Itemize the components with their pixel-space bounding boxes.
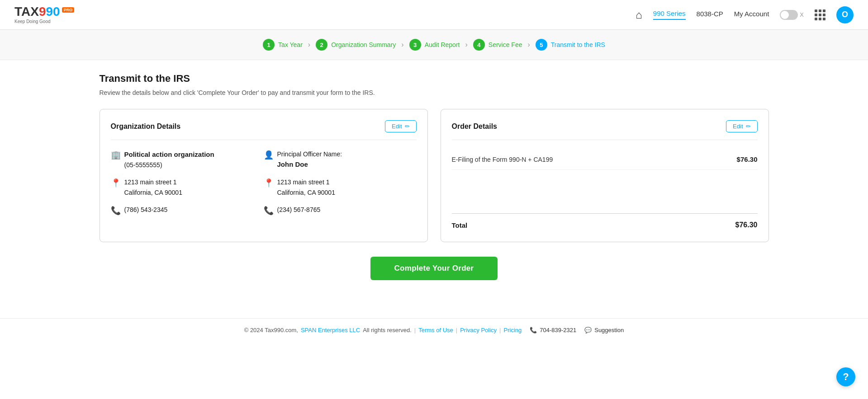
home-icon[interactable]: ⌂ [636,9,642,21]
principal-phone-block: 📞 (234) 567-8765 [264,205,417,216]
step-1-circle: 1 [263,39,275,51]
toggle-knob [781,11,789,19]
step-3-label: Audit Report [425,41,460,48]
step-4-label: Service Fee [489,41,522,48]
toggle-switch[interactable] [780,10,798,20]
logo-nine: 9 [39,5,46,19]
logo-area: TAX990PRO Keep Doing Good [14,5,74,24]
org-phone-block: 📞 (786) 543-2345 [111,205,264,216]
phone-icon: 📞 [530,327,537,333]
footer-span-link[interactable]: SPAN Enterprises LLC [301,327,360,333]
step-arrow-2: › [401,41,403,49]
header: TAX990PRO Keep Doing Good ⌂ 990 Series 8… [0,0,868,30]
footer-phone-number: 704-839-2321 [540,327,576,333]
location-icon: 📍 [111,178,121,188]
order-edit-icon: ✏ [746,123,751,130]
org-details-card: Organization Details Edit ✏ 🏢 Political … [100,109,428,242]
footer-suggestion-label: Suggestion [594,327,624,333]
toggle-label: X [800,11,804,18]
org-name-block: 🏢 Political action organization (05-5555… [111,149,264,170]
complete-order-section: Complete Your Order [100,242,769,291]
stepper: 1 Tax Year › 2 Organization Summary › 3 … [0,30,868,60]
order-line-item: E-Filing of the Form 990-N + CA199 $76.3… [452,149,758,170]
step-4[interactable]: 4 Service Fee [473,39,522,51]
main-content: Transmit to the IRS Review the details b… [81,60,787,318]
principal-name: John Doe [277,159,342,170]
principal-label: Principal Officer Name: [277,149,342,159]
order-details-card: Order Details Edit ✏ E-Filing of the For… [441,109,769,242]
nav-8038cp[interactable]: 8038-CP [697,10,723,19]
person-icon: 👤 [264,150,274,160]
org-address-line2: California, CA 90001 [124,188,182,197]
footer-copyright: © 2024 Tax990.com, [244,327,298,333]
footer-phone-section: 📞 704-839-2321 [530,327,576,333]
complete-order-button[interactable]: Complete Your Order [370,257,497,280]
user-avatar[interactable]: O [836,6,854,23]
step-arrow-1: › [308,41,310,49]
suggestion-icon: 💬 [584,327,592,333]
org-card-title: Organization Details [111,122,181,131]
step-1[interactable]: 1 Tax Year [263,39,303,51]
step-3-circle: 3 [409,39,421,51]
org-card-header: Organization Details Edit ✏ [111,120,417,140]
order-line-item-amount: $76.30 [737,155,758,163]
org-address-line1: 1213 main street 1 [124,177,182,187]
step-4-circle: 4 [473,39,485,51]
org-right-col: 👤 Principal Officer Name: John Doe 📍 121… [264,149,417,223]
step-arrow-3: › [465,41,467,49]
principal-address-line2: California, CA 90001 [277,188,335,197]
nav-area: ⌂ 990 Series 8038-CP My Account X O [636,6,854,23]
step-2[interactable]: 2 Organization Summary [316,39,396,51]
principal-name-block: 👤 Principal Officer Name: John Doe [264,149,417,170]
footer-pricing-link[interactable]: Pricing [504,327,522,333]
logo-tax: TAX [14,5,39,19]
order-total-label: Total [452,221,468,229]
order-line-item-label: E-Filing of the Form 990-N + CA199 [452,156,553,163]
nav-990-series[interactable]: 990 Series [653,9,686,20]
building-icon: 🏢 [111,150,121,160]
logo-ninety: 90 [46,5,60,19]
step-arrow-4: › [528,41,530,49]
order-edit-label: Edit [733,123,743,130]
order-card-title: Order Details [452,122,497,131]
logo-pro-badge: PRO [62,7,75,13]
page-subtitle: Review the details below and click 'Comp… [100,89,769,96]
order-total-row: Total $76.30 [452,214,758,231]
cards-row: Organization Details Edit ✏ 🏢 Political … [100,109,769,242]
principal-phone-icon: 📞 [264,206,274,216]
footer-suggestion-section[interactable]: 💬 Suggestion [584,327,624,333]
order-edit-button[interactable]: Edit ✏ [726,120,757,132]
step-5-circle: 5 [536,39,547,51]
footer-privacy-link[interactable]: Privacy Policy [460,327,497,333]
org-address-block: 📍 1213 main street 1 California, CA 9000… [111,177,264,197]
order-card-header: Order Details Edit ✏ [452,120,758,140]
step-3[interactable]: 3 Audit Report [409,39,460,51]
org-name: Political action organization [124,149,214,160]
org-phone: (786) 543-2345 [124,205,168,215]
phone-icon: 📞 [111,206,121,216]
org-edit-icon: ✏ [405,123,410,130]
grid-menu-icon[interactable] [815,9,825,20]
order-total-amount: $76.30 [735,221,758,229]
step-2-label: Organization Summary [331,41,396,48]
org-ein: (05-5555555) [124,160,214,170]
footer: © 2024 Tax990.com, SPAN Enterprises LLC … [0,318,868,342]
principal-address-block: 📍 1213 main street 1 California, CA 9000… [264,177,417,197]
footer-rights: All rights reserved. [363,327,412,333]
principal-location-icon: 📍 [264,178,274,188]
step-2-circle: 2 [316,39,327,51]
org-edit-button[interactable]: Edit ✏ [385,120,416,132]
footer-terms-link[interactable]: Terms of Use [418,327,453,333]
nav-my-account[interactable]: My Account [734,10,769,19]
org-left-col: 🏢 Political action organization (05-5555… [111,149,264,223]
step-5-label: Transmit to the IRS [551,41,605,48]
principal-address-line1: 1213 main street 1 [277,177,335,187]
org-edit-label: Edit [392,123,402,130]
nav-toggle[interactable]: X [780,10,804,20]
logo[interactable]: TAX990PRO [14,5,74,18]
step-1-label: Tax Year [278,41,303,48]
logo-tagline: Keep Doing Good [14,19,51,24]
step-5[interactable]: 5 Transmit to the IRS [536,39,605,51]
page-title: Transmit to the IRS [100,73,769,84]
principal-phone: (234) 567-8765 [277,205,321,215]
